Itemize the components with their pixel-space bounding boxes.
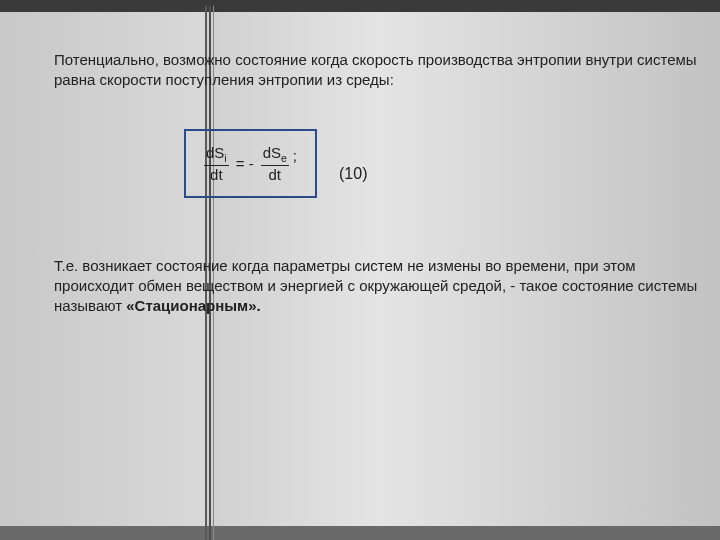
equation-lhs-fraction: dSi dt — [204, 145, 229, 184]
rhs-den: dt — [268, 166, 281, 184]
equation-box: dSi dt = - dSe dt ; — [184, 129, 317, 198]
equation-terminator: ; — [293, 145, 297, 166]
equation-number: (10) — [339, 163, 367, 185]
lhs-num-base: dS — [206, 144, 224, 161]
top-strip — [0, 0, 720, 12]
rhs-num-base: dS — [263, 144, 281, 161]
bottom-strip — [0, 526, 720, 540]
para2-term: «Стационарным». — [126, 297, 261, 314]
equation-sign: = - — [233, 154, 257, 174]
slide-content: Потенциально, возможно состояние когда с… — [54, 50, 700, 316]
lhs-num-sub: i — [224, 152, 226, 164]
paragraph-intro: Потенциально, возможно состояние когда с… — [54, 50, 700, 91]
paragraph-conclusion: Т.е. возникает состояние когда параметры… — [54, 256, 700, 317]
rhs-num-sub: e — [281, 152, 287, 164]
lhs-den: dt — [210, 166, 223, 184]
equation-rhs-fraction: dSe dt — [261, 145, 289, 184]
equation-row: dSi dt = - dSe dt ; (10) — [184, 129, 700, 198]
